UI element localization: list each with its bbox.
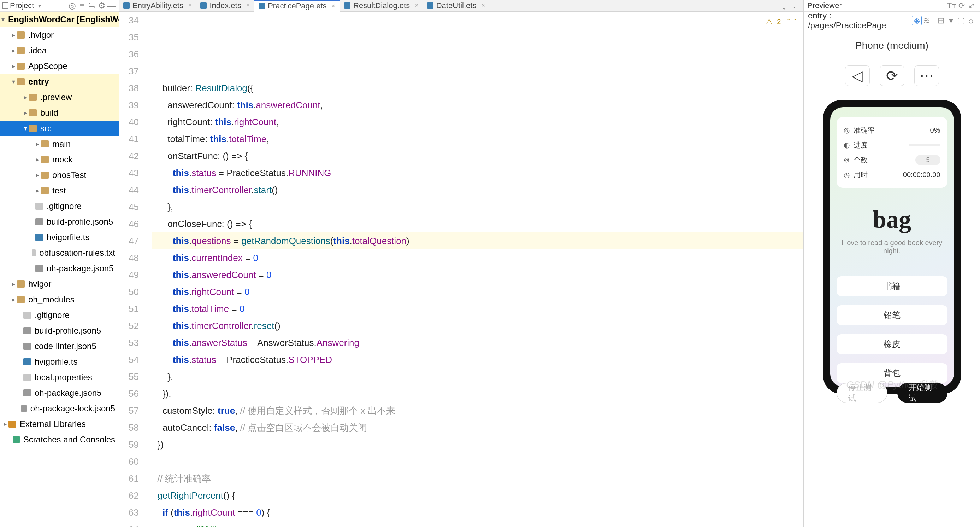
practice-word: bag [837,206,948,234]
file-icon [35,203,43,210]
answer-options: 书籍铅笔橡皮背包 [837,276,948,383]
close-icon[interactable]: × [331,3,335,10]
ets-file-icon [259,3,265,9]
search-icon[interactable]: ⌕ [966,16,976,26]
folder-icon [17,281,25,287]
chevron-down-icon[interactable]: ▾ [946,16,956,26]
tree-item[interactable]: ▸hvigor [0,276,119,292]
text-size-icon[interactable]: Tᴛ [947,1,957,11]
inspect-icon[interactable]: ◈ [912,16,922,26]
progress-icon: ◐ [844,141,854,149]
chevron-down-icon[interactable]: ⌄ [781,3,787,11]
hide-icon[interactable]: — [107,1,116,11]
more-button[interactable]: ⋯ [914,65,939,86]
editor-tab[interactable]: DateUtil.ets× [423,0,489,11]
expand-icon[interactable]: ≡ [77,1,87,11]
ets-file-icon [344,3,350,9]
tree-item[interactable]: hvigorfile.ts [0,354,119,370]
tree-item[interactable]: ▸ohosTest [0,167,119,183]
close-icon[interactable]: × [481,2,485,9]
grid-icon[interactable]: ⊞ [936,16,946,26]
tree-item-src[interactable]: ▾src [0,121,119,136]
tree-item[interactable]: ▸oh_modules [0,292,119,307]
close-icon[interactable]: × [246,2,250,9]
file-icon [32,249,36,256]
tree-item[interactable]: build-profile.json5 [0,214,119,230]
collapse-icon[interactable]: ≒ [87,1,97,11]
tree-item[interactable]: oh-package.json5 [0,261,119,276]
file-icon [35,218,43,225]
answer-option[interactable]: 背包 [837,363,948,383]
phone-frame: ◎准确率0% ◐进度 ⊚个数5 ◷用时00:00:00.00 bag I lov… [823,100,961,394]
tree-item[interactable]: ▸.idea [0,43,119,58]
inspection-badge[interactable]: ⚠ 2 ˆ ˇ [766,13,796,30]
device-label: Phone (medium) [855,40,928,51]
close-icon[interactable]: × [415,2,418,9]
refresh-icon[interactable]: ⟳ [957,1,967,11]
tree-item[interactable]: hvigorfile.ts [0,230,119,245]
project-dropdown-icon[interactable]: ▾ [38,3,41,9]
folder-icon [41,141,49,147]
project-icon [2,3,8,9]
project-tree[interactable]: ▾EnglishWordCar [EnglishWordCard]~/zdp/z… [0,12,119,527]
file-icon [23,327,31,334]
tree-item[interactable]: oh-package.json5 [0,385,119,401]
tree-item[interactable]: ▸test [0,183,119,198]
tree-item[interactable]: ▸build [0,105,119,121]
tree-item[interactable]: oh-package-lock.json5 [0,401,119,416]
answer-option[interactable]: 铅笔 [837,305,948,325]
preview-entry-path: entry : /pages/PracticePage [808,11,912,30]
code-content[interactable]: ⚠ 2 ˆ ˇ builder: ResultDialog({ answered… [150,12,803,527]
tree-item[interactable]: ▸.hvigor [0,27,119,43]
tree-item[interactable]: Scratches and Consoles [0,432,119,447]
tree-item[interactable]: .gitignore [0,307,119,323]
count-pill[interactable]: 5 [915,155,940,165]
tree-item[interactable]: .gitignore [0,198,119,214]
tree-item[interactable]: obfuscation-rules.txt [0,245,119,261]
kebab-icon[interactable]: ⋮ [791,3,798,11]
answer-option[interactable]: 书籍 [837,276,948,296]
tree-item-entry[interactable]: ▾entry [0,74,119,89]
editor-tab[interactable]: Index.ets× [196,0,254,11]
start-button[interactable]: 开始测试 [897,383,948,403]
file-icon [23,343,31,350]
folder-icon [29,94,37,101]
tab-label: EntryAbility.ets [132,1,183,10]
fold-gutter[interactable] [144,12,150,527]
rotate-button[interactable]: ⟳ [880,65,904,86]
file-icon [23,358,31,366]
tree-item[interactable]: ▸main [0,136,119,152]
locate-icon[interactable]: ◎ [67,1,77,11]
stats-card: ◎准确率0% ◐进度 ⊚个数5 ◷用时00:00:00.00 [837,117,948,188]
previewer-title: Previewer [807,1,842,10]
stop-button[interactable]: 停止测试 [837,383,888,403]
phone-screen[interactable]: ◎准确率0% ◐进度 ⊚个数5 ◷用时00:00:00.00 bag I lov… [830,107,954,386]
answer-option[interactable]: 橡皮 [837,334,948,354]
progress-bar [908,144,940,146]
preview-canvas: Phone (medium) ◁ ⟳ ⋯ ◎准确率0% ◐进度 ⊚个数5 ◷用时… [804,29,980,527]
tree-item[interactable]: build-profile.json5 [0,323,119,339]
tree-root[interactable]: ▾EnglishWordCar [EnglishWordCard]~/zdp/z… [0,12,119,27]
tree-item[interactable]: ▸.preview [0,89,119,105]
tree-item[interactable]: ▸AppScope [0,58,119,74]
code-editor[interactable]: 3435363738394041424344454647484950515253… [119,12,803,527]
editor-tab[interactable]: PracticePage.ets× [254,0,340,12]
tree-item[interactable]: code-linter.json5 [0,339,119,354]
back-button[interactable]: ◁ [845,65,870,86]
tree-item[interactable]: local.properties [0,370,119,385]
editor-tab[interactable]: ResultDialog.ets× [340,0,423,11]
ets-file-icon [200,3,207,9]
file-icon [23,374,31,381]
expand-icon[interactable]: ⤢ [967,1,977,11]
folder-icon [29,109,37,117]
tree-item[interactable]: ▸mock [0,152,119,167]
folder-icon [17,296,25,303]
folder-icon [41,156,49,163]
close-icon[interactable]: × [188,2,192,9]
fullscreen-icon[interactable]: ▢ [956,16,966,26]
folder-icon [17,32,25,38]
layers-icon[interactable]: ≋ [922,16,932,26]
editor-tab[interactable]: EntryAbility.ets× [119,0,196,11]
gear-icon[interactable]: ⚙ [97,1,107,11]
tree-item[interactable]: ▸External Libraries [0,416,119,432]
